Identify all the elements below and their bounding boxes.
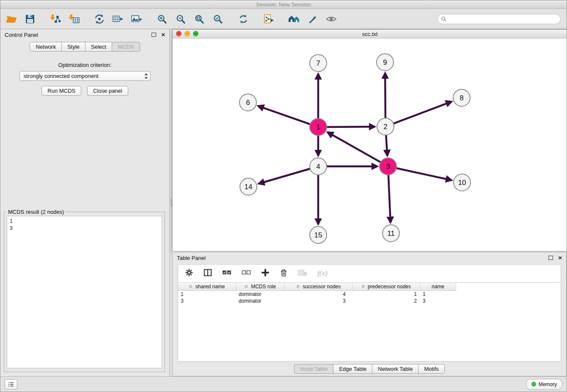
table-cell[interactable]: 1 [352,291,420,298]
zoom-fit-icon[interactable] [193,12,206,26]
zoom-selected-icon[interactable] [211,12,225,26]
minimize-window-icon[interactable]: − [184,31,190,36]
clone-network-icon[interactable] [262,12,275,26]
table-cell[interactable]: 4 [285,291,352,298]
delete-column-trash-icon[interactable] [280,268,288,279]
toolbar-search[interactable] [437,14,561,24]
table-cell[interactable]: 3 [420,298,456,304]
table-content: f(x) shared name MCDS role successor nod… [178,264,561,362]
import-table-icon[interactable] [67,12,81,26]
column-header-predecessor-nodes[interactable]: predecessor nodes [352,282,420,291]
column-header-name[interactable]: name [420,282,456,291]
table-cell[interactable]: dominator [236,298,285,304]
graph-node-2[interactable]: 2 [377,118,394,135]
close-panel-button[interactable]: Close panel [87,86,128,96]
table-panel-title: Table Panel [177,255,206,261]
table-cell[interactable]: 1 [178,291,236,298]
function-builder-icon: f(x) [317,269,328,278]
deselect-all-icon[interactable] [242,269,251,278]
column-header-successor-nodes[interactable]: successor nodes [285,282,352,291]
tab-network-table[interactable]: Network Table [372,364,418,374]
maximize-window-icon[interactable]: + [193,31,198,36]
close-table-panel-icon[interactable]: × [558,255,562,261]
close-panel-icon[interactable]: × [161,32,165,38]
tab-network[interactable]: Network [30,42,62,52]
graph-edge-1-6[interactable] [258,106,311,124]
float-panel-icon[interactable] [151,33,156,37]
tab-style[interactable]: Style [61,42,85,52]
graph-node-label: 15 [314,231,322,239]
graph-node-label: 3 [386,163,390,171]
control-panel-tabs: Network Style Select MCDS [0,42,169,52]
open-session-icon[interactable] [5,12,18,26]
tab-select[interactable]: Select [85,42,112,52]
float-table-panel-icon[interactable] [548,256,553,260]
tab-edge-table[interactable]: Edge Table [333,364,372,374]
table-cell-filler [456,291,561,298]
home-neighbors-icon[interactable] [287,12,301,26]
split-columns-icon[interactable] [204,268,212,279]
column-header-mcds-role[interactable]: MCDS role [236,282,285,291]
graph-edge-3-1[interactable] [328,132,382,163]
memory-status-icon [531,382,536,386]
table-cell[interactable]: dominator [236,291,285,298]
export-image-icon[interactable] [130,12,143,26]
table-cell[interactable]: 2 [352,298,420,304]
splitter-grip[interactable] [171,199,172,206]
eye-icon[interactable] [325,12,338,26]
tab-mcds[interactable]: MCDS [112,42,140,52]
application-window: Session: New Session [0,0,567,392]
graph-node-15[interactable]: 15 [310,226,327,243]
export-network-icon[interactable] [93,12,106,26]
task-history-button[interactable] [5,379,17,389]
graph-node-11[interactable]: 11 [383,225,399,242]
graph-node-10[interactable]: 10 [454,174,471,191]
optimization-criterion-select[interactable]: strongly connected component [19,71,151,81]
sort-icon [189,284,193,289]
export-table-icon[interactable] [111,12,125,26]
graph-node-8[interactable]: 8 [453,89,470,106]
column-header-shared-name[interactable]: shared name [178,282,236,291]
mcds-buttons: Run MCDS Close panel [0,86,169,96]
control-panel-header: Control Panel × [0,29,169,40]
search-input[interactable] [449,16,557,22]
close-window-icon[interactable]: × [176,31,182,36]
add-column-icon[interactable] [261,268,270,279]
zoom-out-icon[interactable] [174,12,187,26]
table-cell[interactable]: 3 [285,298,352,304]
graph-node-label: 8 [460,94,463,102]
table-cell[interactable]: 1 [420,291,456,298]
graph-node-label: 14 [245,183,253,191]
graph-node-6[interactable]: 6 [239,94,256,111]
select-all-icon[interactable] [222,269,231,278]
mcds-result-list[interactable]: 1 3 [7,216,162,368]
memory-button[interactable]: Memory [526,379,562,390]
tab-motifs[interactable]: Motifs [418,364,445,374]
table-toolbar: f(x) [178,265,561,282]
graph-edge-3-10[interactable] [396,168,452,180]
graph-edge-3-11[interactable] [388,174,391,223]
graph-edge-1-2[interactable] [326,127,375,127]
graph-node-9[interactable]: 9 [377,54,394,71]
graph-node-3[interactable]: 3 [380,158,396,175]
apply-style-icon[interactable] [306,12,319,26]
graph-edge-2-9[interactable] [385,73,385,119]
save-session-icon[interactable] [23,12,37,26]
zoom-in-icon[interactable] [155,12,169,26]
graph-node-7[interactable]: 7 [310,55,327,72]
graph-edge-4-14[interactable] [259,168,311,184]
graph-node-1[interactable]: 1 [310,119,327,135]
table-settings-gear-icon[interactable] [185,268,193,279]
refresh-view-icon[interactable] [237,12,250,26]
graph-node-4[interactable]: 4 [310,158,327,175]
node-table: shared name MCDS role successor nodes pr… [178,282,561,304]
import-network-icon[interactable] [49,12,62,26]
run-mcds-button[interactable]: Run MCDS [41,86,81,96]
network-canvas[interactable]: 7968124314101511 [173,39,567,251]
tab-node-table[interactable]: Node Table [294,364,334,374]
graph-node-14[interactable]: 14 [240,178,257,195]
graph-edge-2-8[interactable] [393,102,452,124]
table-cell[interactable]: 3 [178,298,236,304]
network-window-titlebar: × − + scc.txt [173,30,567,39]
graph-edge-2-3[interactable] [386,134,387,156]
